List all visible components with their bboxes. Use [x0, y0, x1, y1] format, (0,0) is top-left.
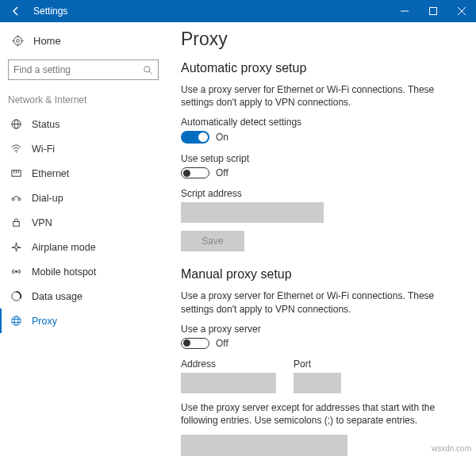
toggle-state: Off — [216, 167, 228, 178]
sidebar-item-label: Dial-up — [32, 193, 63, 204]
gear-icon — [10, 35, 25, 47]
auto-desc: Use a proxy server for Ethernet or Wi-Fi… — [181, 83, 459, 109]
sidebar-item-label: Airplane mode — [32, 242, 96, 253]
sidebar-item-proxy[interactable]: Proxy — [0, 308, 163, 333]
svg-point-8 — [144, 66, 150, 71]
sidebar-item-label: Proxy — [32, 316, 57, 327]
sidebar-item-datausage[interactable]: Data usage — [6, 284, 163, 308]
sidebar-item-dialup[interactable]: Dial-up — [6, 186, 163, 210]
sidebar-item-label: Mobile hotspot — [32, 266, 96, 278]
sidebar-item-status[interactable]: Status — [6, 112, 163, 136]
port-input[interactable] — [294, 373, 341, 393]
svg-line-9 — [149, 71, 152, 74]
auto-heading: Automatic proxy setup — [181, 61, 465, 75]
search-box[interactable] — [8, 59, 159, 80]
svg-point-23 — [11, 316, 20, 325]
content-pane: Proxy Automatic proxy setup Use a proxy … — [167, 22, 476, 456]
svg-point-24 — [14, 316, 18, 325]
toggle-state: Off — [216, 338, 228, 349]
sidebar-item-label: Ethernet — [32, 168, 69, 179]
use-proxy-label: Use a proxy server — [181, 324, 465, 335]
dialup-icon — [8, 192, 24, 204]
svg-point-19 — [17, 198, 20, 201]
back-button[interactable] — [0, 0, 32, 22]
sidebar-item-label: Wi-Fi — [32, 144, 55, 155]
use-proxy-toggle[interactable]: Off — [181, 338, 465, 349]
detect-label: Automatically detect settings — [181, 117, 465, 128]
sidebar-section-header: Network & Internet — [6, 94, 163, 112]
sidebar-item-ethernet[interactable]: Ethernet — [6, 161, 163, 186]
minimize-button[interactable] — [390, 0, 419, 22]
exceptions-desc: Use the proxy server except for addresse… — [181, 401, 459, 427]
globe-icon — [8, 118, 24, 130]
sidebar-item-vpn[interactable]: VPN — [6, 210, 163, 235]
search-icon — [143, 65, 153, 75]
watermark: wsxdn.com — [432, 444, 471, 453]
sidebar-item-airplane[interactable]: Airplane mode — [6, 235, 163, 259]
sidebar-item-hotspot[interactable]: Mobile hotspot — [6, 259, 163, 284]
ethernet-icon — [8, 167, 24, 179]
sidebar-item-label: Data usage — [32, 291, 83, 302]
script-addr-label: Script address — [181, 188, 465, 199]
svg-point-21 — [15, 270, 17, 273]
hotspot-icon — [8, 266, 24, 278]
manual-desc: Use a proxy server for Ethernet or Wi-Fi… — [181, 289, 459, 315]
page-title: Proxy — [181, 29, 465, 50]
sidebar-home[interactable]: Home — [6, 30, 163, 52]
window-title: Settings — [32, 6, 390, 17]
save-button[interactable]: Save — [181, 231, 244, 251]
svg-rect-20 — [13, 222, 19, 227]
sidebar-item-wifi[interactable]: Wi-Fi — [6, 136, 163, 161]
svg-point-3 — [16, 40, 19, 43]
airplane-icon — [8, 241, 24, 253]
svg-rect-1 — [430, 8, 437, 15]
toggle-switch-off[interactable] — [181, 338, 209, 349]
detect-toggle[interactable]: On — [181, 131, 465, 144]
sidebar-item-label: VPN — [32, 217, 52, 228]
manual-heading: Manual proxy setup — [181, 267, 465, 282]
script-address-input[interactable] — [181, 202, 324, 223]
datausage-icon — [8, 290, 24, 302]
exceptions-input[interactable] — [181, 435, 347, 456]
proxy-icon — [8, 315, 24, 327]
script-label: Use setup script — [181, 153, 465, 164]
close-button[interactable] — [447, 0, 476, 22]
svg-point-13 — [15, 151, 17, 153]
wifi-icon — [8, 143, 24, 155]
maximize-button[interactable] — [419, 0, 447, 22]
vpn-icon — [8, 217, 24, 228]
sidebar-home-label: Home — [33, 35, 61, 47]
sidebar-item-label: Status — [32, 119, 60, 130]
sidebar: Home Network & Internet Status Wi-Fi Eth… — [0, 22, 167, 456]
port-label: Port — [294, 358, 341, 370]
svg-point-2 — [13, 36, 21, 44]
search-input[interactable] — [13, 64, 143, 75]
toggle-state: On — [216, 132, 228, 143]
toggle-switch-off[interactable] — [181, 167, 209, 178]
svg-point-18 — [12, 198, 14, 201]
address-input[interactable] — [181, 373, 276, 393]
script-toggle[interactable]: Off — [181, 167, 465, 178]
toggle-switch-on[interactable] — [181, 131, 209, 144]
address-label: Address — [181, 358, 276, 370]
titlebar: Settings — [0, 0, 476, 22]
